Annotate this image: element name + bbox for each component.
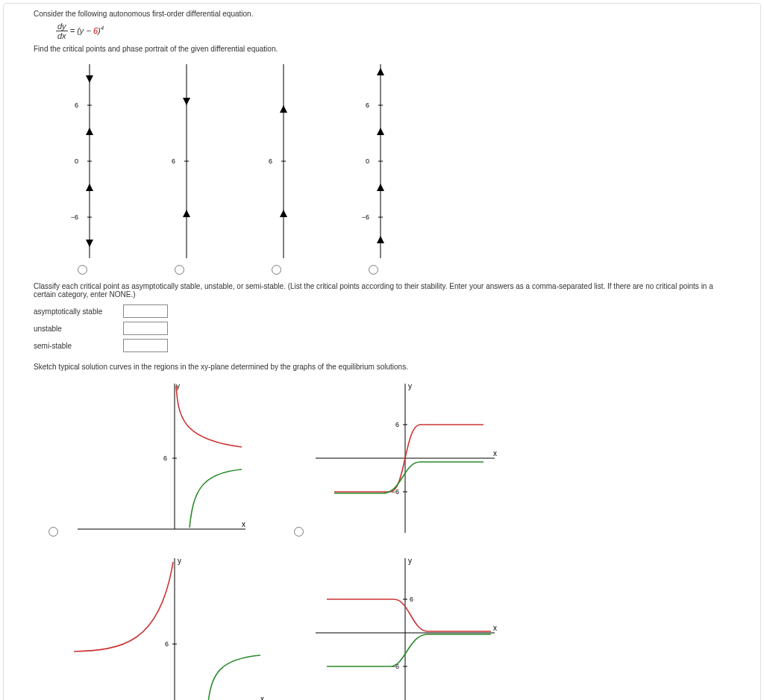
- red-curve: [176, 386, 242, 447]
- axis-x-label: x: [242, 520, 245, 528]
- arrow-down-icon: [86, 75, 93, 83]
- phase-radio-4[interactable]: [369, 265, 378, 275]
- phase-portraits-row: 6 0 −6 6: [48, 60, 730, 275]
- arrow-up-icon: [280, 210, 287, 217]
- phase-option-3: 6: [242, 60, 310, 275]
- curve-option-A: y x 6: [48, 380, 272, 537]
- phase-diagram-4: 6 0 −6: [339, 60, 407, 262]
- solution-curve-D: y x 6 −6: [308, 554, 502, 700]
- classify-label: semi-stable: [34, 342, 123, 350]
- eq-rhs-prefix: = (y −: [70, 26, 93, 35]
- arrow-up-icon: [377, 236, 384, 243]
- axis-y-label: y: [408, 382, 412, 390]
- asymptotic-input[interactable]: [123, 304, 168, 318]
- tick-6: 6: [75, 101, 78, 109]
- arrow-up-icon: [377, 68, 384, 75]
- axis-y-label: y: [408, 557, 412, 565]
- solution-curve-C: y x 6: [63, 554, 272, 700]
- classify-row-asymptotic: asymptotically stable: [34, 304, 730, 318]
- arrow-up-icon: [377, 184, 384, 191]
- classify-table: asymptotically stable unstable semi-stab…: [34, 304, 730, 352]
- arrow-up-icon: [183, 210, 190, 217]
- tick-6: 6: [366, 101, 369, 109]
- solution-curve-A: y x 6: [63, 380, 249, 537]
- tick-6: 6: [163, 454, 167, 462]
- red-curve: [74, 562, 173, 651]
- tick-6: 6: [269, 157, 272, 165]
- phase-radio-1[interactable]: [78, 265, 87, 275]
- solution-curves-grid: y x 6 y x: [48, 380, 502, 700]
- question-container: Consider the following autonomous first-…: [3, 3, 761, 700]
- classify-row-semistable: semi-stable: [34, 339, 730, 352]
- axis-x-label: x: [493, 624, 497, 632]
- tick-6: 6: [395, 421, 399, 428]
- tick-neg6: −6: [362, 213, 369, 221]
- arrow-up-icon: [86, 184, 93, 191]
- tick-0: 0: [366, 157, 369, 165]
- critical-prompt: Find the critical points and phase portr…: [34, 45, 730, 53]
- red-curve: [327, 599, 491, 631]
- green-curve: [327, 634, 491, 666]
- classify-label: unstable: [34, 325, 123, 333]
- arrow-up-icon: [377, 128, 384, 135]
- arrow-up-icon: [280, 105, 287, 113]
- axis-x-label: x: [260, 695, 264, 700]
- classify-row-unstable: unstable: [34, 322, 730, 335]
- arrow-up-icon: [86, 128, 93, 135]
- eq-denominator: dx: [56, 31, 68, 40]
- axis-x-label: x: [493, 449, 497, 457]
- tick-neg6: −6: [71, 213, 78, 221]
- curve-option-B: y x 6 −6: [294, 380, 502, 537]
- solution-curve-B: y x 6 −6: [308, 380, 502, 537]
- curve-radio-A[interactable]: [48, 527, 58, 537]
- unstable-input[interactable]: [123, 322, 168, 335]
- phase-radio-2[interactable]: [175, 265, 184, 275]
- curve-option-D: y x 6 −6: [294, 554, 502, 700]
- phase-option-2: 6: [145, 60, 213, 275]
- intro-text: Consider the following autonomous first-…: [34, 10, 730, 18]
- sketch-prompt: Sketch typical solution curves in the re…: [34, 363, 730, 371]
- classify-prompt: Classify each critical point as asymptot…: [34, 282, 730, 299]
- tick-6: 6: [410, 596, 413, 603]
- eq-numerator: dy: [56, 22, 68, 31]
- curve-radio-B[interactable]: [294, 527, 304, 537]
- green-curve: [334, 462, 483, 493]
- classify-label: asymptotically stable: [34, 307, 123, 316]
- tick-6: 6: [172, 157, 175, 165]
- eq-exponent: 4: [101, 25, 104, 31]
- semistable-input[interactable]: [123, 339, 168, 352]
- axis-y-label: y: [178, 557, 181, 565]
- green-curve: [190, 469, 242, 528]
- arrow-down-icon: [183, 98, 190, 105]
- phase-option-4: 6 0 −6: [339, 60, 407, 275]
- phase-diagram-2: 6: [145, 60, 213, 262]
- curve-option-C: y x 6: [48, 554, 272, 700]
- arrow-down-icon: [86, 240, 93, 247]
- tick-0: 0: [75, 157, 78, 165]
- green-curve: [208, 655, 260, 700]
- differential-equation: dy dx = (y − 6)4: [56, 22, 730, 40]
- question-content: Consider the following autonomous first-…: [4, 4, 760, 700]
- phase-option-1: 6 0 −6: [48, 60, 116, 275]
- tick-6: 6: [165, 640, 169, 648]
- phase-diagram-3: 6: [242, 60, 310, 262]
- phase-diagram-1: 6 0 −6: [48, 60, 116, 262]
- phase-radio-3[interactable]: [272, 265, 281, 275]
